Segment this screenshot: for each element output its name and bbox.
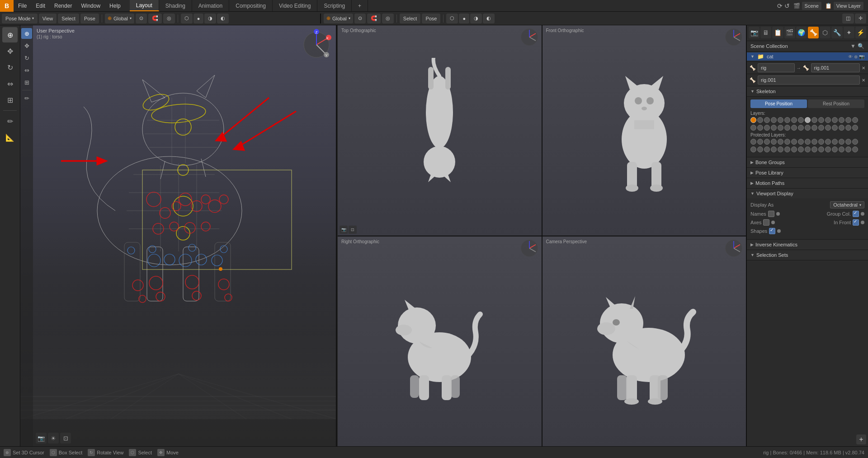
pose-library-header[interactable]: ▶ Pose Library (747, 168, 868, 178)
layer-dot-1[interactable] (757, 139, 763, 145)
right-wire-btn[interactable]: ⬡ (446, 14, 458, 24)
rig-001-display[interactable]: rig.001 (811, 63, 860, 72)
particles-icon[interactable]: ✦ (844, 27, 854, 38)
layer-dot-30[interactable] (845, 146, 851, 152)
layer-dot-0[interactable] (750, 117, 756, 123)
modifier-props-icon[interactable]: 🔧 (831, 27, 842, 38)
viewport-area[interactable]: User Perspective (1) rig : torso X Y (20, 25, 746, 446)
rotate-tool[interactable]: ↻ (2, 60, 18, 75)
vp-rotate-tool[interactable]: ↻ (21, 52, 32, 63)
add-button[interactable]: + (856, 434, 866, 444)
viewport-top-left[interactable]: Top Orthographic (338, 25, 542, 236)
mode-select-dropdown[interactable]: Pose Mode ▾ (2, 14, 38, 24)
vp-move-tool[interactable]: ✥ (21, 40, 32, 51)
cursor-icon[interactable]: ⊕ (854, 54, 858, 59)
output-props-icon[interactable]: 🖥 (760, 27, 771, 38)
layer-dot-10[interactable] (818, 117, 824, 123)
pose-menu[interactable]: Pose (80, 14, 99, 24)
layer-dot-7[interactable] (798, 139, 804, 145)
in-front-dot[interactable] (861, 221, 864, 224)
group-col-dot[interactable] (861, 212, 864, 216)
menu-file[interactable]: File (14, 0, 31, 11)
cursor-tool[interactable]: ⊕ (2, 27, 18, 42)
object-data-icon[interactable]: 🦴 (808, 27, 819, 38)
material-shading-btn[interactable]: ◑ (204, 14, 216, 24)
in-front-checkbox[interactable]: ✓ (853, 219, 859, 226)
tab-animation[interactable]: Animation (192, 0, 229, 11)
vp-display-tool[interactable]: ⊡ (60, 433, 71, 444)
transform-tool[interactable]: ⊞ (2, 92, 18, 108)
layer-dot-24[interactable] (805, 146, 811, 152)
transform-dropdown[interactable]: ⊕ Global ▾ (105, 14, 134, 24)
right-pivot-btn[interactable]: ⊙ (354, 14, 366, 24)
wire-shading-btn[interactable]: ⬡ (181, 14, 193, 24)
viewport-left-main[interactable]: User Perspective (1) rig : torso X Y (20, 25, 337, 446)
layer-dot-2[interactable] (764, 139, 770, 145)
layer-dot-27[interactable] (825, 146, 831, 152)
outliner-filter-icon[interactable]: ▼ (850, 43, 856, 49)
refresh-icon[interactable]: ↺ (784, 2, 790, 9)
measure-tool[interactable]: 📐 (2, 130, 18, 145)
shapes-dot[interactable] (777, 229, 781, 233)
tab-scripting[interactable]: Scripting (317, 0, 352, 11)
layer-dot-29[interactable] (839, 146, 844, 152)
view-menu[interactable]: View (39, 14, 57, 24)
view-layer-name[interactable]: View Layer (834, 2, 863, 10)
layer-dot-21[interactable] (784, 146, 790, 152)
layer-dot-22[interactable] (791, 125, 797, 131)
layer-dot-8[interactable] (805, 139, 811, 145)
layer-dot-19[interactable] (771, 146, 777, 152)
layer-dot-23[interactable] (798, 146, 804, 152)
layer-dot-12[interactable] (832, 117, 838, 123)
shapes-checkbox[interactable]: ✓ (769, 228, 775, 234)
layer-dot-28[interactable] (832, 146, 838, 152)
layer-dot-22[interactable] (791, 146, 797, 152)
layer-dot-18[interactable] (764, 125, 770, 131)
viewport-top-right[interactable]: Front Orthographic (542, 25, 746, 236)
layer-dot-18[interactable] (764, 146, 770, 152)
sync-icon[interactable]: ⟳ (777, 2, 783, 9)
view-layer-props-icon[interactable]: 📋 (772, 27, 783, 38)
right-proportional-btn[interactable]: ◎ (382, 14, 394, 24)
layer-dot-11[interactable] (825, 117, 831, 123)
outliner-search-icon[interactable]: 🔍 (858, 43, 864, 49)
layer-dot-14[interactable] (845, 117, 851, 123)
tab-video-editing[interactable]: Video Editing (273, 0, 318, 11)
proportional-btn[interactable]: ◎ (163, 14, 175, 24)
layer-dot-16[interactable] (750, 146, 756, 152)
layer-dot-12[interactable] (832, 139, 838, 145)
vp-scale-tool[interactable]: ⇔ (21, 65, 32, 76)
select-menu[interactable]: Select (58, 14, 79, 24)
layer-dot-3[interactable] (771, 139, 777, 145)
layer-dot-29[interactable] (839, 125, 844, 131)
names-dot[interactable] (776, 212, 780, 216)
layer-dot-11[interactable] (825, 139, 831, 145)
layer-dot-20[interactable] (778, 146, 783, 152)
viewport-bottom-left[interactable]: Right Orthographic (338, 236, 542, 447)
motion-paths-header[interactable]: ▶ Motion Paths (747, 178, 868, 188)
render-props-icon[interactable]: 📷 (749, 27, 760, 38)
layer-dot-7[interactable] (798, 117, 804, 123)
vp-sun-tool[interactable]: ☀ (48, 433, 59, 444)
layer-dot-20[interactable] (778, 125, 783, 131)
render-shading-btn[interactable]: ◐ (217, 14, 229, 24)
menu-edit[interactable]: Edit (31, 0, 50, 11)
move-tool[interactable]: ✥ (2, 43, 18, 59)
vp-transform-tool[interactable]: ⊞ (21, 77, 32, 88)
scene-props-icon[interactable]: 🎬 (784, 27, 795, 38)
scale-tool[interactable]: ⇔ (2, 76, 18, 91)
axes-checkbox[interactable] (763, 219, 769, 226)
layer-dot-14[interactable] (845, 139, 851, 145)
rig-close-icon[interactable]: ✕ (862, 66, 865, 71)
layer-dot-31[interactable] (852, 125, 858, 131)
layer-dot-5[interactable] (784, 139, 790, 145)
layer-dot-17[interactable] (757, 125, 763, 131)
pivot-btn[interactable]: ⊙ (136, 14, 147, 24)
layer-dot-4[interactable] (778, 139, 783, 145)
layer-dot-19[interactable] (771, 125, 777, 131)
layer-dot-8[interactable] (805, 117, 811, 123)
nav-gizmo[interactable]: X Y Z (301, 29, 332, 62)
viewport-bottom-right[interactable]: Camera Perspective (542, 236, 746, 447)
layer-dot-3[interactable] (771, 117, 777, 123)
axes-dot[interactable] (771, 221, 775, 224)
